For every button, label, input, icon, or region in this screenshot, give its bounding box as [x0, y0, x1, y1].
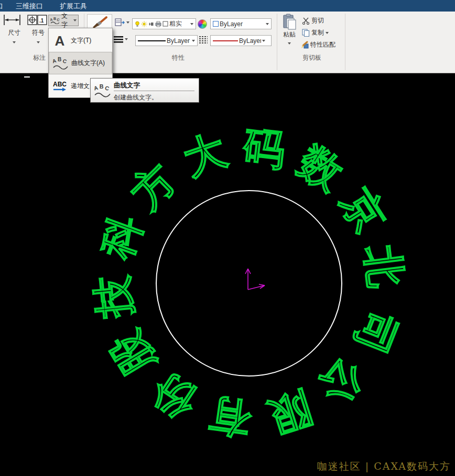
- ring-character: 股: [104, 325, 161, 382]
- chevron-down-icon: [262, 40, 265, 42]
- title-bar: 口 三维接口 扩展工具: [0, 0, 455, 12]
- ring-character: 科: [94, 210, 148, 264]
- curve-text-tooltip: A B C 曲线文字 创建曲线文字。: [90, 78, 199, 103]
- increment-text-icon: ABC: [49, 81, 71, 92]
- group-separator: [277, 14, 277, 70]
- chevron-down-icon: [13, 41, 16, 43]
- linetype-value: ByLayer: [167, 37, 190, 45]
- svg-text:A: A: [50, 17, 53, 21]
- tooltip-description: 创建曲线文字。: [114, 93, 158, 102]
- ring-character: 京: [334, 182, 392, 239]
- lineweight-icon: [113, 35, 124, 43]
- chevron-down-icon: [37, 41, 40, 43]
- menu-item-text-label: 文字(T): [71, 36, 91, 45]
- linecolor-value: ByLayer: [239, 37, 261, 45]
- chevron-down-icon: [288, 42, 291, 45]
- ring-character: 数: [292, 139, 350, 197]
- svg-text:.1: .1: [39, 18, 44, 24]
- cut-button[interactable]: 剪切: [302, 16, 324, 25]
- svg-text:B: B: [58, 57, 61, 62]
- lightbulb-icon: [135, 21, 140, 27]
- svg-text:C: C: [104, 84, 110, 92]
- tooltip-title: 曲线文字: [114, 81, 140, 90]
- dash-mark: [24, 76, 30, 78]
- paste-button[interactable]: 粘贴: [279, 14, 299, 47]
- drawing-canvas[interactable]: 北京数码大方科技股份有限公司 咖迷社区 | CAXA数码大方: [0, 73, 455, 476]
- watermark-text: 咖迷社区 | CAXA数码大方: [317, 460, 451, 473]
- copy-button-label: 复制: [311, 28, 324, 37]
- copy-icon: [302, 29, 310, 37]
- layer-square-icon: [162, 21, 168, 27]
- ring-character: 方: [124, 157, 183, 216]
- dimension-button[interactable]: 尺寸: [2, 14, 26, 45]
- hatch-lines-icon: [199, 35, 208, 45]
- symbol-button-label: 符号: [27, 28, 49, 37]
- clipboard-group-label: 剪切板: [294, 53, 330, 62]
- text-dropdown-button[interactable]: A B C 文字: [48, 15, 79, 26]
- dimension-button-label: 尺寸: [2, 28, 26, 37]
- ring-character: 北: [360, 243, 407, 290]
- ring-character: 公: [312, 353, 371, 412]
- hatch-lines-button[interactable]: [199, 35, 208, 45]
- menu-item-curve-text-label: 曲线文字(A): [71, 59, 105, 68]
- group-separator: [345, 14, 345, 70]
- color-swatch-icon: [213, 21, 219, 27]
- color-combo[interactable]: ByLayer: [210, 18, 272, 29]
- match-button-label: 特性匹配: [310, 40, 335, 49]
- dimension-icon: [2, 14, 26, 26]
- symbol-button[interactable]: .1 符号: [27, 14, 49, 45]
- tooltip-separator: [114, 91, 194, 91]
- svg-text:C: C: [57, 18, 60, 22]
- curve-text-icon: A B C: [94, 83, 111, 98]
- layer-combo[interactable]: 粗实: [132, 18, 196, 29]
- letter-a-icon: A: [55, 34, 65, 48]
- menu-item-increment-text-label: 递增文: [71, 82, 90, 91]
- linecolor-combo[interactable]: ByLayer: [210, 35, 272, 46]
- layer-tools-button[interactable]: [115, 18, 129, 27]
- printer-icon: [155, 21, 161, 27]
- color-value: ByLayer: [220, 20, 243, 28]
- svg-text:B: B: [53, 17, 56, 20]
- menu-item-3d-interface[interactable]: 三维接口: [16, 2, 43, 11]
- caxa-app-window: { "colors": { "ring_green": "#00d435", "…: [0, 0, 455, 476]
- svg-text:B: B: [100, 83, 104, 90]
- svg-text:C: C: [62, 58, 68, 64]
- properties-group-label: 特性: [160, 53, 197, 62]
- ring-character: 限: [264, 386, 316, 439]
- text-button-label: 文字: [61, 12, 72, 29]
- menu-item-extension-tools[interactable]: 扩展工具: [60, 2, 87, 11]
- layer-name: 粗实: [169, 19, 182, 28]
- copy-button[interactable]: 复制: [302, 28, 329, 37]
- ucs-axes-icon: [239, 263, 270, 292]
- chevron-down-icon: [126, 21, 129, 24]
- lineweight-button[interactable]: [113, 35, 128, 43]
- ring-character: 份: [145, 368, 203, 426]
- chevron-down-icon: [266, 23, 269, 25]
- sun-icon: [141, 21, 147, 27]
- curve-text-icon: A B C: [49, 57, 71, 70]
- linecolor-sample-icon: [213, 40, 238, 41]
- ring-character: 大: [178, 128, 232, 182]
- ring-character: 有: [207, 394, 254, 441]
- chevron-down-icon: [192, 40, 195, 42]
- ring-character: 司: [348, 306, 403, 360]
- chevron-down-icon: [73, 19, 77, 21]
- match-brush-icon: [300, 41, 309, 49]
- clipboard-icon: [279, 14, 299, 30]
- color-wheel-icon[interactable]: [198, 19, 207, 29]
- linetype-sample-icon: [138, 40, 166, 41]
- ring-character: 码: [241, 125, 288, 172]
- chevron-down-icon: [190, 23, 193, 25]
- menu-item-text[interactable]: A 文字(T): [49, 29, 112, 52]
- ring-character: 技: [91, 273, 137, 319]
- svg-text:A: A: [52, 58, 57, 64]
- svg-text:A: A: [94, 84, 99, 92]
- paste-button-label: 粘贴: [283, 31, 296, 38]
- linetype-combo[interactable]: ByLayer: [135, 35, 198, 46]
- cut-button-label: 剪切: [311, 16, 324, 25]
- chevron-down-icon: [326, 32, 329, 34]
- menu-item-curve-text[interactable]: A B C 曲线文字(A): [49, 52, 112, 74]
- chevron-down-icon: [125, 38, 128, 40]
- match-properties-button[interactable]: 特性匹配: [300, 40, 335, 49]
- scissors-icon: [302, 17, 310, 25]
